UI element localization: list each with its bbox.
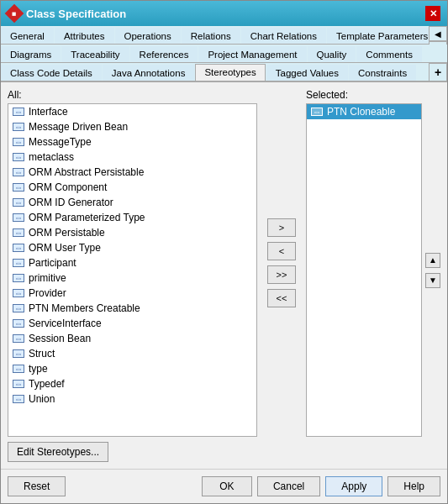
tab-template-parameters[interactable]: Template Parameters bbox=[327, 28, 437, 44]
stereotype-icon: «» bbox=[12, 364, 25, 374]
item-label: Interface bbox=[29, 106, 68, 118]
transfer-buttons: > < >> << bbox=[264, 89, 299, 437]
selected-panel: Selected: «» PTN Cloneable ▲ ▼ bbox=[306, 89, 440, 437]
reset-button[interactable]: Reset bbox=[8, 476, 66, 496]
list-item[interactable]: «» PTN Members Creatable bbox=[8, 301, 256, 316]
stereotype-icon: «» bbox=[12, 107, 25, 117]
list-item[interactable]: «» Struct bbox=[8, 346, 256, 361]
stereotype-icon: «» bbox=[12, 288, 25, 298]
list-item[interactable]: «» metaclass bbox=[8, 150, 256, 165]
tab-chart-relations[interactable]: Chart Relations bbox=[241, 28, 326, 44]
tab-java-annotations[interactable]: Java Annotations bbox=[103, 65, 195, 81]
stereotype-icon: «» bbox=[12, 152, 25, 162]
stereotype-icon: «» bbox=[12, 379, 25, 389]
move-up-button[interactable]: ▲ bbox=[425, 253, 440, 268]
list-item[interactable]: «» Union bbox=[8, 391, 256, 407]
stereotype-icon: «» bbox=[12, 213, 25, 223]
ok-button[interactable]: OK bbox=[202, 476, 252, 496]
stereotype-icon: «» bbox=[12, 122, 25, 132]
item-label: Typedef bbox=[29, 378, 65, 390]
tab-general[interactable]: General bbox=[1, 28, 54, 44]
move-left-button[interactable]: < bbox=[267, 242, 296, 260]
tab-stereotypes[interactable]: Stereotypes bbox=[195, 64, 265, 81]
list-item[interactable]: «» ORM Abstract Persistable bbox=[8, 165, 256, 180]
apply-button[interactable]: Apply bbox=[325, 476, 382, 496]
list-item[interactable]: «» ORM Component bbox=[8, 180, 256, 195]
right-side: «» PTN Cloneable ▲ ▼ bbox=[306, 103, 440, 437]
item-label: ORM Parameterized Type bbox=[29, 212, 145, 223]
all-list[interactable]: «» Interface «» Message Driven Bean «» M… bbox=[8, 103, 257, 437]
stereotype-icon: «» bbox=[12, 349, 25, 359]
tab-row-2: Diagrams Traceability References Project… bbox=[1, 45, 447, 63]
tab-references[interactable]: References bbox=[130, 46, 198, 62]
stereotype-icon: «» bbox=[12, 273, 25, 283]
content-area: All: «» Interface «» Message Driven Bean… bbox=[1, 82, 447, 469]
tab-comments[interactable]: Comments bbox=[356, 46, 422, 62]
list-item[interactable]: «» Provider bbox=[8, 286, 256, 301]
item-label: ORM Persistable bbox=[29, 227, 105, 239]
item-label: PTN Cloneable bbox=[327, 106, 395, 118]
tab-class-code-details[interactable]: Class Code Details bbox=[1, 65, 102, 81]
item-label: Message Driven Bean bbox=[29, 121, 128, 133]
item-label: ORM Component bbox=[29, 181, 107, 193]
list-item[interactable]: «» ORM ID Generator bbox=[8, 195, 256, 210]
stereotype-icon: «» bbox=[12, 228, 25, 238]
item-label: Struct bbox=[29, 348, 55, 360]
list-item[interactable]: «» ORM Persistable bbox=[8, 225, 256, 240]
stereotype-icon: «» bbox=[310, 107, 324, 117]
item-label: metaclass bbox=[29, 151, 74, 163]
stereotype-icon: «» bbox=[12, 137, 25, 147]
item-label: Session Bean bbox=[29, 333, 91, 344]
selected-label: Selected: bbox=[306, 89, 440, 101]
all-panel: All: «» Interface «» Message Driven Bean… bbox=[8, 89, 257, 437]
tab-diagrams[interactable]: Diagrams bbox=[1, 46, 61, 62]
tab-row-1: General Attributes Operations Relations … bbox=[1, 26, 447, 45]
cancel-button[interactable]: Cancel bbox=[257, 476, 320, 496]
add-icon[interactable]: + bbox=[429, 63, 447, 81]
tab-constraints[interactable]: Constraints bbox=[349, 65, 416, 81]
tab-relations[interactable]: Relations bbox=[182, 28, 240, 44]
move-all-left-button[interactable]: << bbox=[267, 289, 296, 307]
nav-up-icon[interactable]: ◀ bbox=[429, 26, 447, 41]
help-button[interactable]: Help bbox=[387, 476, 440, 496]
tab-project-management[interactable]: Project Management bbox=[198, 46, 306, 62]
selected-list[interactable]: «» PTN Cloneable bbox=[306, 103, 422, 437]
tab-row-3: Class Code Details Java Annotations Ster… bbox=[1, 63, 447, 81]
close-button[interactable]: ✕ bbox=[425, 6, 440, 21]
tab-operations[interactable]: Operations bbox=[115, 28, 181, 44]
item-label: MessageType bbox=[29, 136, 92, 148]
panels-row: All: «» Interface «» Message Driven Bean… bbox=[8, 89, 440, 437]
list-item[interactable]: «» ORM Parameterized Type bbox=[8, 210, 256, 225]
item-label: Participant bbox=[29, 257, 76, 269]
list-item[interactable]: «» type bbox=[8, 361, 256, 376]
move-down-button[interactable]: ▼ bbox=[425, 273, 440, 288]
item-label: Union bbox=[29, 393, 55, 405]
selected-list-item[interactable]: «» PTN Cloneable bbox=[307, 104, 421, 119]
move-right-button[interactable]: > bbox=[267, 218, 296, 237]
list-item[interactable]: «» Typedef bbox=[8, 376, 256, 391]
tab-traceability[interactable]: Traceability bbox=[61, 46, 129, 62]
item-label: type bbox=[29, 363, 48, 375]
stereotype-icon: «» bbox=[12, 318, 25, 328]
tab-tagged-values[interactable]: Tagged Values bbox=[266, 65, 348, 81]
stereotype-icon: «» bbox=[12, 303, 25, 313]
item-label: ORM User Type bbox=[29, 242, 101, 254]
list-item[interactable]: «» ServiceInterface bbox=[8, 316, 256, 331]
list-item[interactable]: «» Message Driven Bean bbox=[8, 119, 256, 134]
stereotype-icon: «» bbox=[12, 394, 25, 404]
stereotype-icon: «» bbox=[12, 333, 25, 344]
list-item[interactable]: «» Participant bbox=[8, 255, 256, 270]
list-item[interactable]: «» MessageType bbox=[8, 134, 256, 150]
list-item[interactable]: «» Session Bean bbox=[8, 331, 256, 346]
tab-attributes[interactable]: Attributes bbox=[55, 28, 114, 44]
list-item[interactable]: «» primitive bbox=[8, 270, 256, 286]
list-item[interactable]: «» ORM User Type bbox=[8, 240, 256, 255]
list-item[interactable]: «» Interface bbox=[8, 104, 256, 119]
main-window: ◆ Class Specification ✕ General Attribut… bbox=[0, 0, 448, 504]
tabs-container: General Attributes Operations Relations … bbox=[1, 26, 447, 82]
item-label: Provider bbox=[29, 287, 66, 299]
item-label: PTN Members Creatable bbox=[29, 302, 140, 314]
tab-quality[interactable]: Quality bbox=[308, 46, 356, 62]
edit-stereotypes-button[interactable]: Edit Stereotypes... bbox=[8, 442, 108, 462]
move-all-right-button[interactable]: >> bbox=[267, 265, 296, 284]
